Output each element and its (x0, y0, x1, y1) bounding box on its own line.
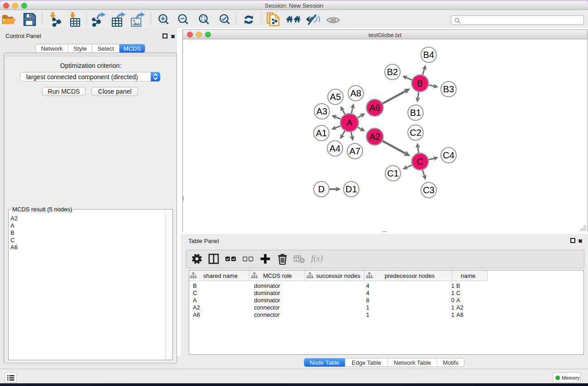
svg-text:B3: B3 (443, 84, 454, 94)
svg-text:A7: A7 (349, 146, 360, 156)
svg-text:A5: A5 (330, 92, 341, 102)
svg-text:B: B (417, 78, 423, 88)
svg-text:A4: A4 (330, 143, 340, 153)
svg-text:C1: C1 (387, 168, 399, 178)
svg-text:A3: A3 (316, 106, 327, 116)
svg-text:B4: B4 (423, 50, 434, 60)
svg-text:A: A (346, 118, 353, 128)
svg-text:B1: B1 (410, 108, 421, 118)
svg-text:C2: C2 (410, 128, 421, 138)
svg-text:D1: D1 (345, 184, 357, 194)
svg-text:A6: A6 (369, 103, 380, 113)
svg-text:A2: A2 (369, 132, 380, 142)
svg-text:A8: A8 (350, 88, 361, 98)
svg-text:C3: C3 (423, 185, 435, 195)
svg-text:C: C (417, 157, 423, 167)
svg-text:A1: A1 (316, 128, 327, 138)
svg-text:C4: C4 (443, 150, 454, 160)
svg-text:B2: B2 (387, 67, 398, 77)
svg-text:D: D (318, 184, 325, 194)
